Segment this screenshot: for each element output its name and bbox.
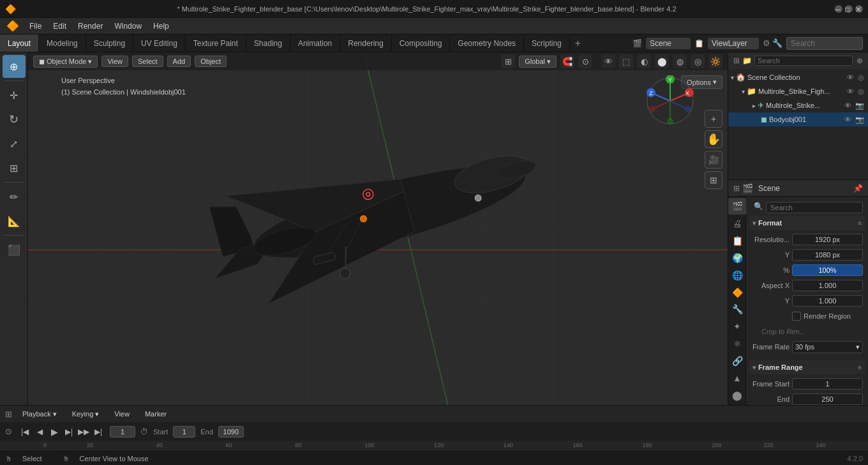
select-icon[interactable]: ◎ <box>857 73 865 82</box>
visibility-icon-4[interactable]: 👁 <box>843 116 853 124</box>
menu-window[interactable]: Window <box>109 20 147 32</box>
visibility-icon[interactable]: 👁 <box>846 73 855 82</box>
menu-file[interactable]: File <box>24 20 47 32</box>
select-menu[interactable]: Select <box>132 56 163 67</box>
pan-button[interactable]: ✋ <box>705 130 722 148</box>
aspect-y-value[interactable]: 1.000 <box>792 295 863 307</box>
view-menu[interactable]: View <box>101 56 128 67</box>
frame-end-value[interactable]: 250 <box>792 393 863 405</box>
prop-icon-modifier[interactable]: 🔧 <box>728 301 746 318</box>
outliner-item-multirole-strike[interactable]: ▸ ✈ Multirole_Strike... 👁 📷 <box>728 98 868 112</box>
outliner-dropdown-icon[interactable]: ⊞ <box>733 56 740 65</box>
solid-mode-icon[interactable]: ⬤ <box>655 54 669 68</box>
add-workspace-button[interactable]: + <box>570 34 586 52</box>
timeline-ruler[interactable]: 0 20 40 60 80 100 120 140 160 180 200 22… <box>0 441 868 451</box>
close-button[interactable]: ✕ <box>855 5 863 13</box>
tab-geometry-nodes[interactable]: Geometry Nodes <box>450 34 524 52</box>
rotate-tool-button[interactable]: ↻ <box>3 108 26 131</box>
prop-icon-world[interactable]: 🌐 <box>728 267 746 284</box>
grid-button[interactable]: ⊞ <box>705 171 722 189</box>
snap-icon[interactable]: 🧲 <box>560 54 574 68</box>
workspace-search-input[interactable] <box>786 37 863 50</box>
xray-icon[interactable]: ◐ <box>637 54 651 68</box>
playback-menu[interactable]: Playback ▾ <box>17 409 62 420</box>
prop-icon-particles[interactable]: ✦ <box>728 318 746 335</box>
proportional-icon[interactable]: ⊙ <box>578 54 592 68</box>
viewport-3d[interactable]: ◼ Object Mode ▾ View Select Add Object ⊞… <box>28 52 728 405</box>
timeline-view-menu[interactable]: View <box>109 409 135 419</box>
tab-uv-editing[interactable]: UV Editing <box>133 34 186 52</box>
outliner-item-bodyobj001[interactable]: ◼ Bodyobj001 👁 📷 <box>728 112 868 126</box>
object-menu[interactable]: Object <box>195 56 227 67</box>
prop-icon-object[interactable]: 🔶 <box>728 284 746 301</box>
tab-texture-paint[interactable]: Texture Paint <box>186 34 246 52</box>
outliner-item-scene-collection[interactable]: ▾ 🏠 Scene Collection 👁 ◎ <box>728 70 868 84</box>
tab-shading[interactable]: Shading <box>246 34 290 52</box>
prop-icon-render[interactable]: 🎬 <box>728 198 746 215</box>
transform-icon[interactable]: ⊞ <box>501 54 515 68</box>
aspect-x-value[interactable]: 1.000 <box>792 280 863 291</box>
annotate-tool-button[interactable]: ✏ <box>3 185 26 208</box>
tab-rendering[interactable]: Rendering <box>340 34 391 52</box>
render-mode-icon[interactable]: ◎ <box>691 54 705 68</box>
tab-compositing[interactable]: Compositing <box>392 34 451 52</box>
format-section-header[interactable]: ▾ Format ≡ <box>749 216 865 230</box>
marker-menu[interactable]: Marker <box>140 409 172 419</box>
menu-render[interactable]: Render <box>73 20 108 32</box>
transform-tool-button[interactable]: ⊞ <box>3 156 26 179</box>
play-button[interactable]: ▶ <box>48 425 61 438</box>
outliner-item-multirole[interactable]: ▾ 📁 Multirole_Strike_Figh... 👁 ◎ <box>728 84 868 98</box>
global-transform-btn[interactable]: Global ▾ <box>519 56 557 68</box>
move-tool-button[interactable]: ✛ <box>3 84 26 107</box>
end-frame-input[interactable] <box>218 426 244 438</box>
properties-search-input[interactable] <box>766 202 863 213</box>
maximize-button[interactable]: □ <box>845 5 853 13</box>
scale-tool-button[interactable]: ⤢ <box>3 132 26 155</box>
object-mode-dropdown[interactable]: ◼ Object Mode ▾ <box>33 56 98 68</box>
prop-icon-scene[interactable]: 🌍 <box>728 250 746 266</box>
cursor-tool-button[interactable]: ⊕ <box>3 55 26 78</box>
prop-icon-view-layer[interactable]: 📋 <box>728 232 746 249</box>
tab-layout[interactable]: Layout <box>0 34 39 52</box>
pin-icon[interactable]: 📌 <box>853 184 863 193</box>
prop-icon-data[interactable]: ▲ <box>728 370 746 386</box>
menu-edit[interactable]: Edit <box>48 20 71 32</box>
properties-dropdown-icon[interactable]: ⊞ <box>733 184 740 193</box>
frame-range-section-header[interactable]: ▾ Frame Range ≡ <box>749 360 865 374</box>
prop-icon-physics[interactable]: ⚛ <box>728 335 746 352</box>
viewport-display-icon[interactable]: 👁 <box>601 54 615 68</box>
jump-end-button[interactable]: ▶| <box>92 425 105 438</box>
resolution-y-value[interactable]: 1080 px <box>792 249 863 261</box>
visibility-icon-3[interactable]: 👁 <box>843 102 853 110</box>
resolution-x-value[interactable]: 1920 px <box>792 234 863 245</box>
material-mode-icon[interactable]: ◍ <box>673 54 687 68</box>
add-cube-button[interactable]: ⬛ <box>3 238 26 261</box>
play-backwards-button[interactable]: ▶▶ <box>77 425 90 438</box>
eevee-icon[interactable]: 🔆 <box>708 54 722 68</box>
prev-frame-button[interactable]: ◀ <box>33 425 46 438</box>
next-frame-button[interactable]: ▶| <box>63 425 75 438</box>
icon-settings1[interactable]: ⚙ <box>763 38 770 48</box>
format-options[interactable]: ≡ <box>858 220 862 227</box>
viewlayer-selector[interactable] <box>708 38 759 49</box>
prop-icon-material[interactable]: ⬤ <box>728 387 746 404</box>
visibility-icon-2[interactable]: 👁 <box>846 88 855 96</box>
frame-range-options[interactable]: ≡ <box>858 364 862 371</box>
scene-selector[interactable] <box>646 38 691 49</box>
keying-menu[interactable]: Keying ▾ <box>67 409 105 420</box>
zoom-in-button[interactable]: + <box>705 110 722 128</box>
prop-icon-output[interactable]: 🖨 <box>728 215 746 232</box>
tab-modeling[interactable]: Modeling <box>39 34 86 52</box>
frame-rate-dropdown[interactable]: 30 fps ▾ <box>792 341 863 353</box>
outliner-mode-icon[interactable]: 📁 <box>742 56 752 65</box>
resolution-pct-value[interactable]: 100% <box>792 264 863 276</box>
render-icon-4[interactable]: 📷 <box>854 116 865 124</box>
camera-button[interactable]: 🎥 <box>705 151 722 169</box>
menu-help[interactable]: Help <box>148 20 174 32</box>
outliner-filter-icon[interactable]: ⊕ <box>857 56 863 65</box>
menu-blender[interactable]: 🔶 <box>3 20 23 32</box>
tab-scripting[interactable]: Scripting <box>524 34 570 52</box>
start-frame-input[interactable] <box>173 426 195 438</box>
jump-start-button[interactable]: |◀ <box>19 425 31 438</box>
tab-sculpting[interactable]: Sculpting <box>86 34 133 52</box>
